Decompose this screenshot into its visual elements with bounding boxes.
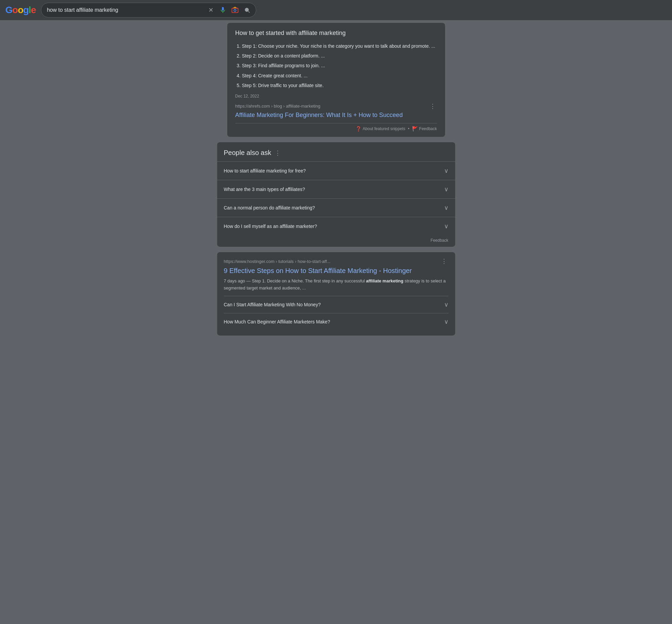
search-input[interactable]	[47, 7, 203, 13]
paa-chevron-1: ∨	[444, 167, 448, 175]
paa-feedback-label: Feedback	[431, 238, 448, 243]
result-snippet: 7 days ago — Step 1. Decide on a Niche. …	[224, 278, 448, 292]
paa-question-4: How do I sell myself as an affiliate mar…	[224, 224, 317, 229]
about-snippets-label: About featured snippets	[363, 126, 406, 131]
accordion-question-1: Can I Start Affiliate Marketing With No …	[224, 302, 321, 307]
accordion-item-2[interactable]: How Much Can Beginner Affiliate Marketer…	[224, 313, 448, 330]
featured-snippet: How to get started with affiliate market…	[227, 23, 445, 137]
paa-item-3[interactable]: Can a normal person do affiliate marketi…	[217, 198, 455, 217]
result-snippet-text: — Step 1. Decide on a Niche. The first s…	[224, 278, 446, 290]
paa-menu-button[interactable]: ⋮	[275, 149, 281, 157]
snippet-steps: Step 1: Choose your niche. Your niche is…	[235, 42, 437, 90]
paa-item-2[interactable]: What are the 3 main types of affiliates?…	[217, 180, 455, 198]
accordion-chevron-1: ∨	[444, 301, 448, 308]
paa-question-2: What are the 3 main types of affiliates?	[224, 187, 305, 192]
main-content: People also ask ⋮ How to start affiliate…	[212, 142, 461, 336]
snippet-step-3: Step 3: Find affiliate programs to join.…	[242, 61, 437, 70]
snippet-link[interactable]: Affiliate Marketing For Beginners: What …	[235, 111, 437, 119]
question-icon: ❓	[356, 126, 361, 131]
snippet-step-1: Step 1: Choose your niche. Your niche is…	[242, 42, 437, 50]
feedback-icon: 🚩	[412, 126, 418, 131]
snippet-url: https://ahrefs.com › blog › affiliate-ma…	[235, 104, 320, 109]
result-url-row: https://www.hostinger.com › tutorials › …	[224, 258, 448, 265]
paa-question-3: Can a normal person do affiliate marketi…	[224, 205, 315, 210]
snippet-step-2: Step 2: Decide on a content platform. ..…	[242, 52, 437, 60]
snippet-step-5: Step 5: Drive traffic to your affiliate …	[242, 81, 437, 90]
result-snippet-bold: affiliate marketing	[366, 278, 404, 283]
paa-chevron-3: ∨	[444, 204, 448, 211]
result-url: https://www.hostinger.com › tutorials › …	[224, 259, 331, 264]
paa-item-4[interactable]: How do I sell myself as an affiliate mar…	[217, 217, 455, 235]
footer-dot: •	[408, 126, 410, 131]
accordion-chevron-2: ∨	[444, 318, 448, 326]
mic-icon	[219, 6, 227, 14]
camera-button[interactable]	[230, 5, 240, 15]
accordion-item-1[interactable]: Can I Start Affiliate Marketing With No …	[224, 296, 448, 313]
paa-title: People also ask	[224, 149, 271, 157]
google-logo: Google	[5, 5, 36, 16]
result-menu-button[interactable]: ⋮	[440, 258, 448, 265]
paa-item-1[interactable]: How to start affiliate marketing for fre…	[217, 161, 455, 180]
search-button[interactable]	[242, 5, 252, 15]
svg-point-1	[234, 9, 236, 11]
search-icons: ✕	[206, 5, 252, 15]
camera-icon	[231, 6, 239, 14]
paa-chevron-2: ∨	[444, 186, 448, 193]
paa-question-1: How to start affiliate marketing for fre…	[224, 168, 306, 174]
snippet-step-4: Step 4: Create great content. ...	[242, 72, 437, 80]
header: Google ✕	[0, 0, 672, 20]
feedback-button[interactable]: 🚩 Feedback	[412, 126, 437, 131]
snippet-title: How to get started with affiliate market…	[235, 30, 437, 37]
search-icon	[244, 7, 251, 14]
svg-rect-0	[232, 8, 238, 13]
clear-button[interactable]: ✕	[206, 5, 215, 15]
snippet-menu-button[interactable]: ⋮	[428, 103, 437, 110]
snippet-footer: ❓ About featured snippets • 🚩 Feedback	[235, 123, 437, 131]
about-snippets-button[interactable]: ❓ About featured snippets	[356, 126, 406, 131]
mic-button[interactable]	[218, 5, 228, 15]
people-also-ask-section: People also ask ⋮ How to start affiliate…	[217, 142, 455, 247]
feedback-label: Feedback	[419, 126, 437, 131]
accordion-question-2: How Much Can Beginner Affiliate Marketer…	[224, 319, 330, 324]
snippet-date: Dec 12, 2022	[235, 94, 437, 99]
snippet-url-row: https://ahrefs.com › blog › affiliate-ma…	[235, 103, 437, 110]
paa-feedback-button[interactable]: Feedback	[217, 235, 455, 247]
search-result: https://www.hostinger.com › tutorials › …	[217, 252, 455, 336]
result-accordion: Can I Start Affiliate Marketing With No …	[224, 296, 448, 330]
result-link[interactable]: 9 Effective Steps on How to Start Affili…	[224, 266, 448, 275]
search-bar: ✕	[41, 3, 256, 18]
paa-header: People also ask ⋮	[217, 149, 455, 161]
paa-chevron-4: ∨	[444, 223, 448, 230]
result-time-ago: 7 days ago	[224, 278, 245, 283]
